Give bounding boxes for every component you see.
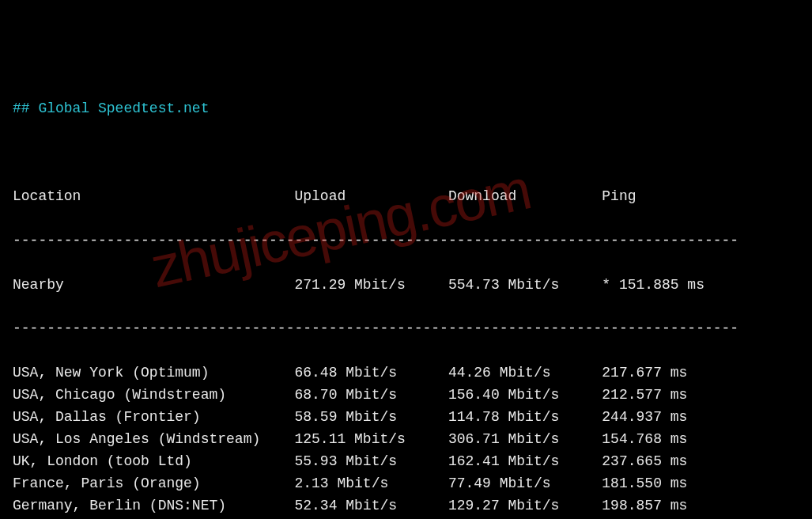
page-title: ## Global Speedtest.net: [13, 100, 209, 116]
table-row: USA, Dallas (Frontier) 58.59 Mbit/s 114.…: [13, 407, 799, 429]
separator: ----------------------------------------…: [13, 230, 799, 252]
table-row: USA, Chicago (Windstream) 68.70 Mbit/s 1…: [13, 385, 799, 407]
table-row: France, Paris (Orange) 2.13 Mbit/s 77.49…: [13, 473, 799, 495]
nearby-row: Nearby 271.29 Mbit/s 554.73 Mbit/s * 151…: [13, 275, 799, 297]
table-row: USA, Los Angeles (Windstream) 125.11 Mbi…: [13, 429, 799, 451]
table-row: USA, New York (Optimum) 66.48 Mbit/s 44.…: [13, 362, 799, 385]
table-row: UK, London (toob Ltd) 55.93 Mbit/s 162.4…: [13, 451, 799, 473]
header-row: Location Upload Download Ping: [13, 186, 799, 208]
blank-line: [13, 142, 799, 164]
separator: ----------------------------------------…: [13, 318, 799, 340]
data-rows-container: USA, New York (Optimum) 66.48 Mbit/s 44.…: [13, 362, 799, 519]
table-row: Germany, Berlin (DNS:NET) 52.34 Mbit/s 1…: [13, 495, 799, 517]
